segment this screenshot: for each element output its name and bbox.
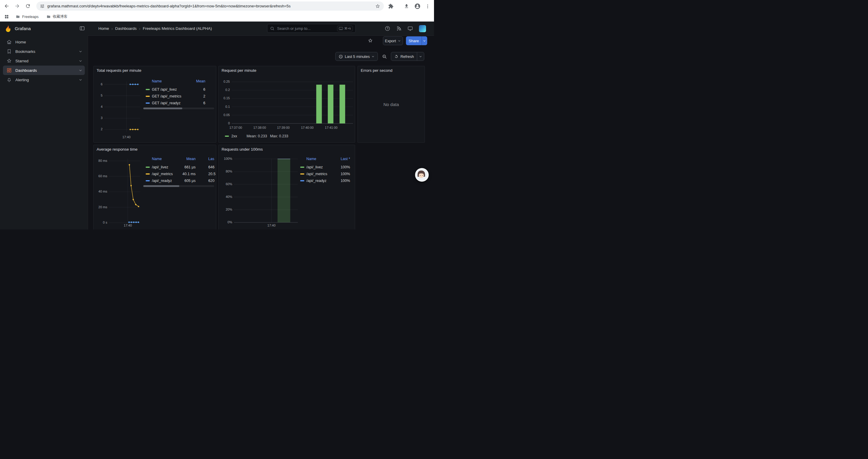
legend-series-name[interactable]: GET /api/_readyz (152, 100, 181, 106)
legend-column-header[interactable]: Last * (341, 156, 350, 162)
chevron-down-icon[interactable] (79, 78, 83, 82)
legend-value[interactable]: 605 µs (184, 177, 195, 184)
time-range-picker[interactable]: Last 5 minutes (335, 52, 378, 61)
legend-series-name[interactable]: 2xx (231, 134, 237, 138)
search-input[interactable] (277, 26, 335, 31)
refresh-label[interactable]: Refresh (400, 54, 414, 59)
folder-icon (46, 15, 51, 19)
legend-column-header[interactable]: Mean (186, 156, 195, 162)
x-axis-tick-label: 17:40 (260, 224, 283, 227)
url-text[interactable]: grafana.mathmast.com/d/deytv4rwavabkb/fr… (47, 4, 375, 8)
legend-series-name[interactable]: /api/_metrics (306, 171, 327, 177)
legend-value[interactable]: 100% (341, 164, 350, 170)
sidebar-item-dashboards[interactable]: Dashboards (3, 66, 85, 75)
sidebar-item-bookmarks[interactable]: Bookmarks (3, 47, 85, 56)
site-settings-icon[interactable] (40, 4, 44, 8)
legend-scrollbar[interactable] (143, 185, 214, 187)
reload-button[interactable] (24, 2, 32, 10)
legend-value[interactable]: 100% (341, 177, 350, 184)
y-axis-tick-label: 60% (219, 182, 232, 186)
legend-series-name[interactable]: GET /api/_metrics (152, 93, 181, 100)
search-box[interactable]: ⌘+k (267, 24, 356, 33)
scrollbar-thumb[interactable] (143, 107, 182, 109)
downloads-icon[interactable] (403, 2, 410, 10)
refresh-interval-caret[interactable] (417, 52, 424, 61)
time-controls: Last 5 minutes Refresh (335, 52, 424, 61)
zoom-out-button[interactable] (380, 52, 389, 61)
legend-series-name[interactable]: GET /api/_livez (152, 86, 177, 93)
legend-value[interactable]: 20.5 m (208, 171, 216, 177)
help-icon[interactable] (385, 26, 390, 31)
bookmark-star-icon[interactable] (375, 4, 380, 8)
legend-value[interactable]: 2 (203, 93, 205, 100)
sidebar-item-alerting[interactable]: Alerting (3, 75, 85, 85)
search-shortcut-badge: ⌘+k (337, 26, 353, 31)
chevron-down-icon[interactable] (79, 50, 83, 54)
legend-value[interactable]: 620 (208, 177, 215, 184)
share-button[interactable]: Share (406, 36, 422, 45)
legend-value[interactable]: 40.1 ms (183, 171, 195, 177)
sidebar-item-home[interactable]: Home (3, 37, 85, 47)
favorite-star-icon[interactable] (368, 38, 373, 43)
panel-title[interactable]: Total requests per minute (97, 68, 142, 73)
sidebar: HomeBookmarksStarredDashboardsAlerting (0, 35, 88, 230)
back-button[interactable] (3, 2, 11, 10)
chevron-down-icon[interactable] (79, 59, 83, 63)
legend-column-header[interactable]: Name (152, 156, 162, 162)
panel-title[interactable]: Average response time (97, 147, 138, 152)
legend-value[interactable]: 646 (208, 164, 215, 170)
breadcrumb-item[interactable]: Dashboards (115, 26, 137, 31)
browser-menu-kebab-icon[interactable] (425, 2, 430, 10)
legend-series-name[interactable]: /api/_livez (152, 164, 168, 170)
apps-grid-icon[interactable] (4, 14, 9, 19)
extensions-icon[interactable] (387, 2, 395, 10)
forward-button[interactable] (13, 2, 21, 10)
forward-arrow-icon (14, 3, 20, 9)
chevron-down-icon[interactable] (79, 68, 83, 72)
legend-series-name[interactable]: /api/_readyz (306, 177, 327, 184)
legend-value[interactable]: 100% (341, 171, 350, 177)
monitor-icon[interactable] (407, 26, 413, 31)
floating-assistant-avatar[interactable] (415, 168, 429, 182)
grafana-logo-icon[interactable] (4, 25, 12, 32)
user-avatar[interactable] (419, 25, 426, 32)
x-axis-tick-label: 17:40:00 (296, 126, 318, 129)
legend-value[interactable]: 661 µs (184, 164, 195, 170)
legend-scrollbar[interactable] (143, 107, 214, 109)
panel-title[interactable]: Errors per second (361, 68, 392, 73)
bookmark-item[interactable]: Freeleaps (16, 14, 39, 19)
legend-series-name[interactable]: /api/_readyz (152, 177, 172, 184)
panel-title[interactable]: Request per minute (222, 68, 256, 73)
clock-icon (339, 54, 343, 59)
y-axis-tick-label: 0.2 (218, 88, 230, 92)
legend-series-name[interactable]: /api/_metrics (152, 171, 173, 177)
panel-title[interactable]: Requests under 100ms (222, 147, 263, 152)
legend-value[interactable]: 6 (203, 86, 205, 93)
y-axis-tick-label: 0.05 (218, 113, 230, 117)
share-menu-caret[interactable] (422, 36, 427, 45)
profile-avatar[interactable] (414, 2, 421, 10)
legend-column-header[interactable]: Las (208, 156, 214, 162)
legend-row: /api/_readyz605 µs620 (143, 177, 214, 184)
export-button[interactable]: Export (383, 36, 403, 45)
toggle-sidebar-icon[interactable] (79, 25, 85, 31)
zoom-out-icon (382, 54, 387, 59)
sidebar-item-starred[interactable]: Starred (3, 56, 85, 66)
scrollbar-thumb[interactable] (143, 185, 179, 187)
breadcrumb-item[interactable]: Freeleaps Metrics Dashboard (ALPHA) (143, 26, 212, 31)
grid-icon (6, 68, 12, 73)
legend-column-header[interactable]: Mean (196, 78, 205, 85)
url-bar[interactable]: grafana.mathmast.com/d/deytv4rwavabkb/fr… (36, 1, 384, 11)
legend-column-header[interactable]: Name (306, 156, 316, 162)
breadcrumb-item[interactable]: Home (98, 26, 109, 31)
legend: NameMeanLas/api/_livez661 µs646/api/_met… (143, 156, 214, 200)
chevron-down-icon (423, 39, 426, 42)
legend-series-name[interactable]: /api/_livez (306, 164, 323, 170)
bookmark-item[interactable]: 收藏博客 (46, 14, 68, 19)
bookmark-items: Freeleaps收藏博客 (16, 14, 68, 19)
legend-column-header[interactable]: Name (152, 78, 162, 85)
legend-value[interactable]: 6 (203, 100, 205, 106)
y-axis-tick-label: 0.1 (218, 105, 230, 108)
rss-icon[interactable] (396, 26, 402, 31)
refresh-button-group: Refresh (391, 52, 424, 61)
